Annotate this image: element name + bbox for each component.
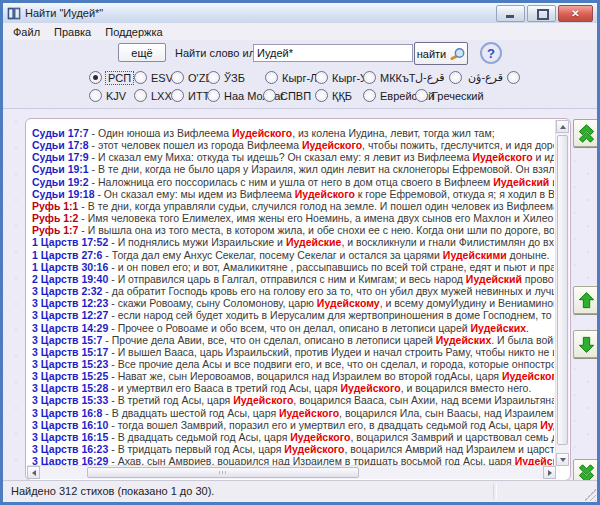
trans-lxx[interactable]: LXX — [134, 89, 172, 102]
verse-row[interactable]: Руфь 1:7 - И вышла она из того места, в … — [32, 224, 554, 236]
verse-row[interactable]: 3 Царств 16:29 - Ахав, сын Амвриев, воца… — [32, 455, 554, 465]
trans-arabic-1[interactable]: قرع-ل — [415, 71, 462, 84]
verse-row[interactable]: 3 Царств 15:7 - Прочие дела Авии, все, ч… — [32, 334, 554, 346]
trans-rsp[interactable]: РСП — [89, 71, 133, 84]
more-button[interactable]: ещё — [118, 43, 166, 62]
trans-greek[interactable]: Греческий — [415, 89, 484, 102]
first-page-button[interactable] — [573, 119, 600, 147]
verse-row[interactable]: 2 Царств 19:40 - И отправился царь в Гал… — [32, 273, 554, 285]
verse-separator: - — [102, 285, 111, 297]
search-term-highlight: Иудейскими — [443, 249, 507, 261]
verse-separator: - — [89, 151, 98, 163]
verse-row[interactable]: Судьи 19:2 - Наложница его поссорилась с… — [32, 176, 554, 188]
verse-row[interactable]: 3 Царств 15:28 - и умертвил его Вааса в … — [32, 382, 554, 394]
verse-reference: 3 Царств 12:27 — [32, 309, 108, 321]
trans-mkkt[interactable]: МККъТ — [363, 71, 416, 84]
trans-kjv[interactable]: KJV — [89, 89, 126, 102]
trans-qqb[interactable]: ҚҚБ — [315, 89, 352, 102]
window-title: Найти "Иудей*" — [25, 7, 103, 19]
verse-text: И вышла она из того места, в котором жил… — [88, 224, 554, 236]
verse-row[interactable]: 3 Царств 2:32 - да обратит Господь кровь… — [32, 285, 554, 297]
verse-row[interactable]: 1 Царств 17:52 - И поднялись мужи Израил… — [32, 236, 554, 248]
verse-text: Один юноша из Вифлеема — [98, 127, 232, 139]
verse-reference: Судьи 19:1 — [32, 163, 89, 175]
scroll-right-button[interactable] — [543, 466, 556, 479]
verse-row[interactable]: Судьи 19:1 - В те дни, когда не было цар… — [32, 163, 554, 175]
verse-text: , и всему домуИудину и Вениаминову и про… — [380, 297, 554, 309]
verse-row[interactable]: 1 Царств 27:6 - Тогда дал ему Анхус Секе… — [32, 249, 554, 261]
magnifier-icon — [449, 47, 465, 61]
verse-separator: - — [95, 188, 104, 200]
verse-reference: Руфь 1:1 — [32, 200, 78, 212]
verse-text: В двадцать седьмой год Асы, царя — [118, 431, 291, 443]
verse-row[interactable]: 3 Царств 16:10 - тогда вошел Замврий, по… — [32, 419, 554, 431]
next-page-button[interactable] — [573, 330, 600, 358]
trans-itt[interactable]: ИТТ — [171, 89, 209, 102]
close-button[interactable]: ✕ — [558, 5, 593, 22]
verse-row[interactable]: Судьи 19:18 - Он сказал ему: мы идем из … — [32, 188, 554, 200]
verse-separator: - — [108, 309, 117, 321]
toolbar: ещё Найти слово или фразу: найти ? — [3, 40, 597, 67]
maximize-button[interactable] — [527, 5, 556, 22]
scroll-down-button[interactable] — [556, 453, 569, 466]
verse-row[interactable]: 3 Царств 15:23 - Все прочие дела Асы и в… — [32, 358, 554, 370]
verse-text: тогда вошел Замврий, поразил его и умерт… — [118, 419, 541, 431]
verse-row[interactable]: 3 Царств 16:23 - В тридцать первый год А… — [32, 443, 554, 455]
help-question-icon: ? — [487, 46, 495, 61]
triangle-right-icon — [548, 470, 555, 476]
horizontal-scroll-thumb[interactable] — [87, 467, 359, 478]
verse-row[interactable]: 3 Царств 14:29 - Прочее о Ровоаме и обо … — [32, 322, 554, 334]
help-button[interactable]: ? — [480, 42, 502, 64]
verse-row[interactable]: 3 Царств 16:15 - В двадцать седьмой год … — [32, 431, 554, 443]
search-term-highlight: Иудейского — [302, 139, 362, 151]
horizontal-scrollbar[interactable] — [27, 465, 556, 479]
search-input[interactable] — [253, 44, 413, 62]
vertical-scroll-thumb[interactable] — [557, 135, 568, 445]
verse-row[interactable]: Судьи 17:7 - Один юноша из Вифлеема Иуде… — [32, 127, 554, 139]
verse-reference: 1 Царств 27:6 — [32, 249, 102, 261]
verse-text: . — [526, 322, 529, 334]
verse-text: Ахав, сын Амвриев, воцарился над Израиле… — [118, 455, 515, 465]
verse-row[interactable]: Руфь 1:1 - В те дни, когда управляли суд… — [32, 200, 554, 212]
verse-row[interactable]: 3 Царств 16:8 - В двадцать шестой год Ас… — [32, 407, 554, 419]
verse-row[interactable]: Судьи 17:8 - этот человек пошел из город… — [32, 139, 554, 151]
verse-text: и он повел его; и вот, Амаликитяне , рас… — [118, 261, 554, 273]
verse-row[interactable]: 3 Царств 15:33 - В третий год Асы, царя … — [32, 394, 554, 406]
menu-item-file[interactable]: Файл — [6, 25, 47, 39]
verse-separator: - — [78, 212, 87, 224]
verse-reference: 3 Царств 14:29 — [32, 322, 108, 334]
verse-row[interactable]: Руфь 1:2 - Имя человека того Елимелех, и… — [32, 212, 554, 224]
verse-reference: Судьи 19:18 — [32, 188, 95, 200]
menu-item-edit[interactable]: Правка — [47, 25, 98, 39]
radio-label: ҚҚБ — [332, 90, 352, 102]
radio-label: Греческий — [432, 90, 484, 102]
previous-page-button[interactable] — [573, 286, 600, 314]
verse-row[interactable]: 3 Царств 15:17 - И вышел Вааса, царь Изр… — [32, 346, 554, 358]
verse-separator: - — [108, 419, 117, 431]
minimize-button[interactable] — [496, 5, 525, 22]
menu-item-support[interactable]: Поддержка — [98, 25, 169, 39]
trans-arabic-2[interactable]: قرع-ؤن — [468, 71, 520, 84]
verse-separator: - — [108, 455, 117, 465]
verse-text: , воцарился Вааса, сын Ахии, над всеми И… — [293, 394, 554, 406]
verse-row[interactable]: 3 Царств 15:25 - Нават же, сын Иеровоамо… — [32, 370, 554, 382]
scroll-up-button[interactable] — [556, 120, 569, 133]
verse-row[interactable]: Судьи 17:9 - И сказал ему Миха: откуда т… — [32, 151, 554, 163]
verse-reference: Судьи 17:7 — [32, 127, 89, 139]
radio-label: МККъТ — [380, 72, 416, 84]
find-button[interactable]: найти — [414, 42, 468, 65]
verse-reference: 3 Царств 15:33 — [32, 394, 108, 406]
radio-icon — [171, 89, 184, 102]
search-term-highlight: Иудейский — [493, 176, 549, 188]
trans-spvp[interactable]: СПВП — [263, 89, 311, 102]
radio-icon — [263, 89, 276, 102]
scroll-left-button[interactable] — [27, 466, 40, 479]
status-bar: Найдено 312 стихов (показано 1 до 30). — [3, 480, 597, 502]
vertical-scrollbar[interactable] — [555, 120, 569, 466]
verse-row[interactable]: 1 Царств 30:16 - и он повел его; и вот, … — [32, 261, 554, 273]
trans-ozb-cyrillic[interactable]: ЎЗБ — [207, 71, 245, 84]
verse-row[interactable]: 3 Царств 12:23 - скажи Ровоаму, сыну Сол… — [32, 297, 554, 309]
trans-esv[interactable]: ESV — [134, 71, 173, 84]
verse-row[interactable]: 3 Царств 12:27 - если народ сей будет хо… — [32, 309, 554, 321]
resize-grip[interactable] — [584, 489, 596, 501]
